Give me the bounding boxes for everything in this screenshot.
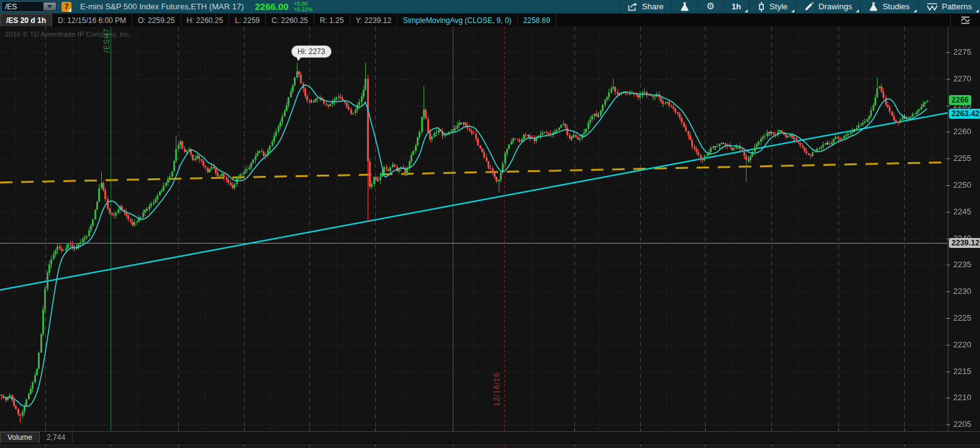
style-label: Style xyxy=(769,2,787,11)
databar-spacer xyxy=(556,14,950,27)
time-tick-mark xyxy=(309,444,310,447)
axis-price-label: 2205 xyxy=(953,419,971,429)
time-tick-mark xyxy=(574,444,575,447)
axis-price-label: 2245 xyxy=(953,207,971,216)
price-change: +5.00 +0.22% xyxy=(294,1,313,12)
drawings-label: Drawings xyxy=(819,2,852,11)
time-tick-mark xyxy=(244,444,245,447)
dropdown-corner-icon xyxy=(914,9,917,12)
timeframe-button[interactable]: 1h xyxy=(723,0,749,13)
axis-tick-mark xyxy=(946,212,950,213)
axis-price-label: 2255 xyxy=(953,153,971,163)
pattern-w-icon xyxy=(927,2,938,11)
volume-study-label[interactable]: Volume xyxy=(0,432,40,443)
expiry-date-label: 12/16/16 xyxy=(492,372,501,406)
time-tick-mark xyxy=(640,444,641,447)
volume-bar: Volume 2,744 xyxy=(0,431,980,443)
symbol-input[interactable] xyxy=(2,2,43,11)
dropdown-corner-icon xyxy=(856,9,859,12)
symbol-box[interactable] xyxy=(1,1,57,12)
price-chart-canvas[interactable] xyxy=(0,27,948,431)
toolbar-actions: Share ⚙ 1h Style Drawings Studies xyxy=(619,0,980,13)
axis-price-label: 2235 xyxy=(953,260,971,269)
pencil-icon xyxy=(804,2,814,11)
wave-icon xyxy=(960,16,971,24)
cyan-price-badge: 2263.42 xyxy=(949,109,980,119)
axis-tick-mark xyxy=(946,398,950,398)
readout-open: O: 2259.25 xyxy=(132,14,181,27)
time-tick-mark xyxy=(705,444,706,447)
alerts-badge[interactable]: 7 xyxy=(61,2,71,12)
time-tick-mark xyxy=(45,444,46,447)
flask-icon xyxy=(869,2,878,12)
time-tick-mark xyxy=(375,444,376,447)
axis-tick-mark xyxy=(946,424,950,425)
quick-study-button[interactable] xyxy=(671,0,697,13)
axis-price-label: 2260 xyxy=(953,127,971,136)
axis-tick-mark xyxy=(946,158,950,159)
axis-tick-mark xyxy=(946,52,950,53)
time-tick-mark xyxy=(838,444,839,447)
candle-style-icon xyxy=(758,2,765,12)
chart-area: 2016 © TD Ameritrade IP Company, Inc. /E… xyxy=(0,27,980,431)
axis-tick-mark xyxy=(946,79,950,80)
bubble-tail-icon xyxy=(296,57,302,61)
chart-symbol-info[interactable]: /ES 20 d 1h xyxy=(0,14,52,27)
top-toolbar: 7 E-mini S&P 500 Index Futures,ETH (MAR … xyxy=(0,0,980,14)
axis-tick-mark xyxy=(946,265,950,265)
axis-price-label: 2215 xyxy=(953,367,971,376)
axis-tick-mark xyxy=(946,318,950,319)
axis-price-label: 2275 xyxy=(953,47,971,57)
contract-roll-label: /ESH7 xyxy=(102,28,111,53)
last-price: 2266.00 xyxy=(255,1,288,12)
studies-button[interactable]: Studies xyxy=(860,0,917,13)
study-label[interactable]: SimpleMovingAvg (CLOSE, 9, 0) xyxy=(397,14,518,27)
axis-price-label: 2220 xyxy=(953,340,971,349)
dropdown-corner-icon xyxy=(791,9,794,12)
axis-price-label: 2210 xyxy=(953,393,971,402)
high-annotation-bubble: Hi: 2273 xyxy=(292,46,331,57)
instrument-title: E-mini S&P 500 Index Futures,ETH (MAR 17… xyxy=(80,2,243,11)
dropdown-corner-icon xyxy=(976,9,979,12)
readout-low: L: 2259 xyxy=(229,14,266,27)
volume-value: 2,744 xyxy=(40,432,73,443)
share-button[interactable]: Share xyxy=(619,0,672,13)
axis-price-label: 2270 xyxy=(953,74,971,83)
axis-price-label: 2230 xyxy=(953,286,971,296)
readout-close: C: 2260.25 xyxy=(266,14,314,27)
time-tick-mark xyxy=(771,444,772,447)
readout-date: D: 12/15/16 6:00 PM xyxy=(52,14,132,27)
chevron-down-icon xyxy=(47,5,52,8)
share-label: Share xyxy=(642,2,664,11)
time-tick-mark xyxy=(453,444,453,447)
settings-button[interactable]: ⚙ xyxy=(697,0,722,13)
axis-tick-mark xyxy=(946,132,950,132)
patterns-label: Patterns xyxy=(942,2,972,11)
gear-icon: ⚙ xyxy=(706,2,714,11)
high-annotation-text: Hi: 2273 xyxy=(297,47,325,56)
chart-data-bar: /ES 20 d 1h D: 12/15/16 6:00 PM O: 2259.… xyxy=(0,14,980,27)
gray-price-badge: 2239.12 xyxy=(949,238,980,248)
axis-price-label: 2250 xyxy=(953,180,971,190)
pattern-quick-access[interactable] xyxy=(950,14,980,27)
studies-label: Studies xyxy=(882,2,909,11)
green-price-badge: 2266 xyxy=(949,95,971,105)
drawings-button[interactable]: Drawings xyxy=(796,0,860,13)
timeframe-label: 1h xyxy=(732,2,741,11)
symbol-dropdown-button[interactable] xyxy=(43,2,56,11)
readout-y: Y: 2239.12 xyxy=(350,14,397,27)
patterns-button[interactable]: Patterns xyxy=(918,0,980,13)
share-icon xyxy=(628,2,638,11)
time-axis-strip[interactable] xyxy=(0,443,980,448)
axis-tick-mark xyxy=(946,372,950,372)
time-tick-mark xyxy=(178,444,179,447)
time-tick-mark xyxy=(904,444,905,447)
style-button[interactable]: Style xyxy=(749,0,796,13)
copyright-watermark: 2016 © TD Ameritrade IP Company, Inc. xyxy=(5,30,131,38)
time-tick-mark xyxy=(504,444,505,447)
axis-tick-mark xyxy=(946,291,950,292)
axis-tick-mark xyxy=(946,345,950,345)
badge-fold-corner-icon xyxy=(68,8,71,12)
price-axis[interactable]: 2275227022652260225522502245224022352230… xyxy=(948,27,980,431)
change-percent: +0.22% xyxy=(294,7,313,12)
